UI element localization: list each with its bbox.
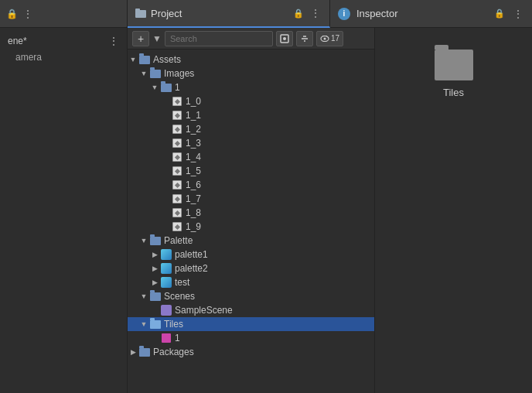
tree-item-samplescene[interactable]: SampleScene [128, 303, 374, 317]
tree-item-tile-1[interactable]: 1 [128, 331, 374, 345]
tree-icon-1-parent [160, 81, 172, 94]
tree-icon-1_1 [171, 109, 183, 121]
tree-item-1_8[interactable]: 1_8 [128, 206, 374, 220]
left-panel-menu-icon[interactable]: ⋮ [22, 8, 33, 20]
tree-label-tile-1: 1 [175, 333, 180, 343]
tree-arrow-test[interactable]: ▶ [149, 279, 160, 286]
project-toolbar: + ▼ [128, 28, 374, 50]
tree-item-1_9[interactable]: 1_9 [128, 220, 374, 234]
scene-name: ene* [8, 36, 27, 46]
tree-label-scenes: Scenes [164, 291, 195, 302]
tree-icon-1_3 [171, 137, 183, 149]
tree-icon-1_4 [171, 151, 183, 163]
tree-icon-1_9 [171, 220, 183, 233]
left-header-icons: 🔒 ⋮ [6, 8, 33, 20]
project-tab-text: Project [151, 8, 182, 19]
tree-icon-1_5 [171, 165, 183, 177]
inspector-folder-label: Tiles [443, 87, 464, 98]
tree-item-1_6[interactable]: 1_6 [128, 178, 374, 192]
tree-item-1-parent[interactable]: ▼1 [128, 80, 374, 94]
inspector-folder-icon [435, 50, 473, 80]
project-tab-inner: Project 🔒 ⋮ [135, 7, 322, 19]
tree-icon-palette [149, 234, 162, 247]
tree-item-images[interactable]: ▼Images [128, 67, 374, 80]
info-icon: i [338, 8, 350, 20]
tree-label-1_2: 1_2 [186, 124, 201, 135]
tree-item-1_7[interactable]: 1_7 [128, 192, 374, 206]
project-tab[interactable]: Project 🔒 ⋮ [128, 0, 330, 28]
lock-tab-icon[interactable]: 🔒 [292, 7, 305, 19]
tree-arrow-tiles[interactable]: ▼ [138, 320, 149, 328]
tree-arrow-assets[interactable]: ▼ [128, 56, 138, 63]
project-panel: + ▼ [128, 28, 375, 393]
inspector-content: Tiles [375, 28, 532, 106]
top-bar: 🔒 ⋮ Project 🔒 ⋮ i Inspector 🔒 ⋮ [0, 0, 532, 28]
project-tab-label: Project [135, 8, 182, 19]
main-content: ene* ⋮ amera + ▼ [0, 28, 532, 393]
tree-item-palette2[interactable]: ▶palette2 [128, 261, 374, 275]
scene-label: ene* ⋮ [0, 32, 127, 50]
project-tree[interactable]: ▼Assets▼Images▼11_01_11_21_31_41_51_61_7… [128, 50, 374, 393]
svg-point-3 [283, 37, 286, 40]
tree-item-1_3[interactable]: 1_3 [128, 136, 374, 150]
filter-label-button[interactable] [296, 31, 313, 46]
filter-by-type-button[interactable] [276, 31, 293, 46]
tree-icon-palette2 [160, 262, 172, 275]
tree-icon-1_0 [171, 95, 183, 108]
tree-icon-packages [138, 346, 151, 358]
tree-item-test[interactable]: ▶test [128, 275, 374, 289]
tree-label-1_9: 1_9 [186, 221, 201, 232]
tree-item-1_1[interactable]: 1_1 [128, 108, 374, 122]
tree-arrow-palette2[interactable]: ▶ [149, 265, 160, 272]
tree-label-tiles: Tiles [164, 319, 183, 330]
tree-item-tiles[interactable]: ▼Tiles [128, 317, 374, 331]
search-input[interactable] [165, 31, 273, 46]
tree-label-images: Images [164, 68, 194, 79]
folder-tab-icon [135, 9, 146, 18]
tree-item-1_0[interactable]: 1_0 [128, 94, 374, 108]
tree-label-assets: Assets [153, 54, 181, 65]
tree-item-scenes[interactable]: ▼Scenes [128, 289, 374, 303]
inspector-lock-icon[interactable]: 🔒 [493, 8, 506, 20]
inspector-menu-icon[interactable]: ⋮ [512, 8, 524, 20]
tree-item-assets[interactable]: ▼Assets [128, 53, 374, 67]
tree-label-1_0: 1_0 [186, 96, 201, 107]
tree-arrow-images[interactable]: ▼ [138, 70, 149, 77]
tree-label-palette2: palette2 [175, 263, 208, 274]
tree-item-1_4[interactable]: 1_4 [128, 150, 374, 164]
svg-rect-1 [135, 9, 140, 12]
tree-arrow-scenes[interactable]: ▼ [138, 292, 149, 300]
filter-label-icon [300, 34, 309, 43]
tree-arrow-1-parent[interactable]: ▼ [149, 84, 160, 91]
camera-label: amera [0, 50, 127, 65]
add-button[interactable]: + [132, 31, 149, 46]
eye-count-button[interactable]: 17 [316, 31, 343, 46]
tree-label-palette: Palette [164, 235, 193, 246]
scene-menu-icon[interactable]: ⋮ [108, 35, 119, 47]
tree-label-samplescene: SampleScene [175, 305, 233, 316]
tree-arrow-palette1[interactable]: ▶ [149, 251, 160, 258]
tree-label-1_7: 1_7 [186, 193, 201, 204]
tree-icon-1_6 [171, 179, 183, 191]
tree-label-1_3: 1_3 [186, 138, 201, 149]
tree-label-1_6: 1_6 [186, 179, 201, 190]
tree-label-1_5: 1_5 [186, 166, 201, 176]
inspector-panel: Tiles [375, 28, 532, 393]
tree-item-palette[interactable]: ▼Palette [128, 234, 374, 248]
tree-item-palette1[interactable]: ▶palette1 [128, 248, 374, 261]
tree-item-packages[interactable]: ▶Packages [128, 345, 374, 359]
tree-icon-images [149, 67, 162, 80]
left-sidebar: ene* ⋮ amera [0, 28, 128, 393]
tree-label-1_8: 1_8 [186, 207, 201, 218]
tree-icon-test [160, 276, 172, 289]
tree-label-test: test [175, 277, 189, 288]
lock-icon[interactable]: 🔒 [6, 9, 18, 19]
filter-type-icon [280, 34, 289, 43]
tree-arrow-packages[interactable]: ▶ [128, 348, 138, 356]
tree-arrow-palette[interactable]: ▼ [138, 237, 149, 244]
tree-icon-1_7 [171, 193, 183, 205]
project-tab-menu-icon[interactable]: ⋮ [309, 7, 322, 19]
tree-item-1_2[interactable]: 1_2 [128, 122, 374, 136]
tree-item-1_5[interactable]: 1_5 [128, 164, 374, 178]
add-arrow-icon: ▼ [152, 33, 162, 44]
